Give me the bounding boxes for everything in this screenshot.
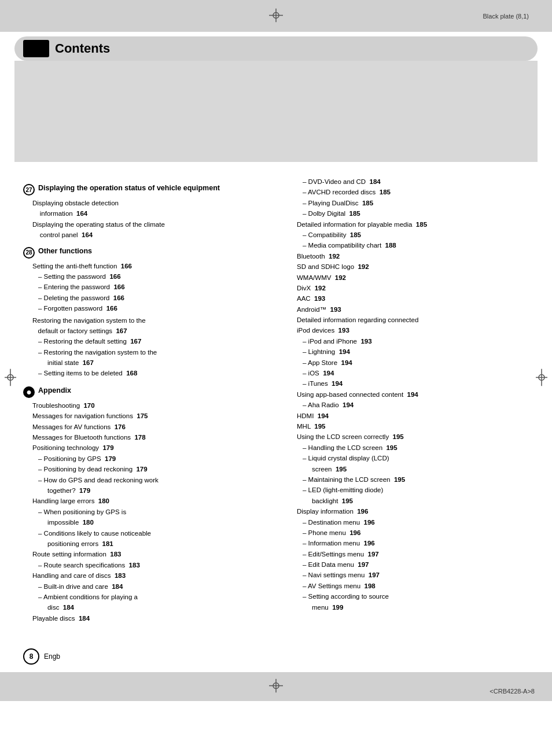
- right-crosshair-icon: [536, 368, 547, 386]
- entry-positioning-tech: Positioning technology 179: [23, 442, 264, 453]
- page-number: 8: [30, 652, 34, 661]
- entry-lcd-correctly: Using the LCD screen correctly 195: [288, 432, 529, 442]
- entry-ipod-detail: Detailed information regarding connected…: [288, 315, 529, 336]
- contents-title: Contents: [55, 41, 110, 56]
- left-column: 27 Displaying the operation status of ve…: [23, 176, 282, 624]
- entry-playable-media-detail: Detailed information for playable media …: [288, 219, 529, 230]
- section-28-header: 28 Other functions: [23, 246, 264, 259]
- right-side-mark: [536, 368, 547, 388]
- footer-code: <CRB4228-A>8: [490, 688, 535, 695]
- entry-sd-sdhc: SD and SDHC logo 192: [288, 261, 529, 272]
- appendix-title: Appendix: [38, 386, 71, 396]
- entry-lcd-screen: – Liquid crystal display (LCD) screen 19…: [288, 453, 529, 474]
- entry-delete-password: – Deleting the password 166: [23, 293, 264, 303]
- entry-setting-items-deleted: – Setting items to be deleted 168: [23, 368, 264, 378]
- entry-hdmi: HDMI 194: [288, 411, 529, 421]
- entry-navi-settings-menu: – Navi settings menu 197: [288, 570, 529, 580]
- contents-black-box: [23, 40, 49, 57]
- entry-led-backlight: – LED (light-emitting diode) backlight 1…: [288, 485, 529, 506]
- entry-handling-lcd: – Handling the LCD screen 195: [288, 442, 529, 453]
- entry-route-setting: Route setting information 183: [23, 549, 264, 559]
- entry-pos-gps: – Positioning by GPS 179: [23, 453, 264, 464]
- entry-nav-messages: Messages for navigation functions 175: [23, 411, 264, 421]
- entry-bluetooth: Bluetooth 192: [288, 251, 529, 261]
- section-27-title: Displaying the operation status of vehic…: [38, 183, 220, 194]
- entry-av-messages: Messages for AV functions 176: [23, 422, 264, 432]
- entry-set-password: – Setting the password 166: [23, 271, 264, 282]
- crb-code: <CRB4228-A>8: [490, 687, 535, 695]
- bottom-footer: <CRB4228-A>8: [0, 672, 552, 701]
- right-column: – DVD-Video and CD 184 – AVCHD recorded …: [282, 176, 529, 624]
- entry-pos-dead-reckoning: – Positioning by dead reckoning 179: [23, 464, 264, 474]
- entry-playable-discs: Playable discs 184: [23, 613, 264, 624]
- entry-information-menu: – Information menu 196: [288, 538, 529, 548]
- entry-forgotten-password: – Forgotten password 166: [23, 303, 264, 314]
- entry-avchd: – AVCHD recorded discs 185: [288, 187, 529, 197]
- entry-restore-initial: – Restoring the navigation system to the…: [23, 347, 264, 368]
- entry-app-based-content: Using app-based connected content 194: [288, 389, 529, 400]
- entry-lightning: – Lightning 194: [288, 346, 529, 357]
- entry-source-menu: – Setting according to source menu 199: [288, 591, 529, 613]
- entry-restore-default: – Restoring the default setting 167: [23, 336, 264, 346]
- section-27-number: 27: [23, 184, 35, 196]
- entry-maintaining-lcd: – Maintaining the LCD screen 195: [288, 474, 529, 485]
- crosshair-top-icon: [269, 8, 283, 22]
- entry-wma-wmv: WMA/WMV 192: [288, 272, 529, 283]
- entry-media-chart: – Media compatibility chart 188: [288, 240, 529, 250]
- engb-label: Engb: [44, 652, 60, 661]
- entry-troubleshooting: Troubleshooting 170: [23, 400, 264, 411]
- entry-ambient-conditions: – Ambient conditions for playing a disc …: [23, 592, 264, 613]
- entry-edit-settings-menu: – Edit/Settings menu 197: [288, 549, 529, 559]
- entry-android: Android™ 193: [288, 304, 529, 315]
- page-badge: 8: [23, 648, 39, 665]
- entry-app-store: – App Store 194: [288, 357, 529, 368]
- entry-handling-discs: Handling and care of discs 183: [23, 570, 264, 581]
- entry-dvd-video-cd: – DVD-Video and CD 184: [288, 176, 529, 187]
- entry-dolby-digital: – Dolby Digital 185: [288, 208, 529, 219]
- left-side-mark: [5, 368, 16, 388]
- entry-antitheft: Setting the anti-theft function 166: [23, 261, 264, 271]
- entry-display-info: Display information 196: [288, 506, 529, 517]
- entry-route-search-spec: – Route search specifications 183: [23, 560, 264, 570]
- header-text: Black plate (8,1): [483, 13, 529, 20]
- entry-divx: DivX 192: [288, 283, 529, 293]
- entry-compatibility: – Compatibility 185: [288, 230, 529, 240]
- entry-av-settings-menu: – AV Settings menu 198: [288, 581, 529, 591]
- entry-destination-menu: – Destination menu 196: [288, 517, 529, 528]
- entry-ipod-iphone: – iPod and iPhone 193: [288, 336, 529, 346]
- entry-restore-nav: Restoring the navigation system to the d…: [23, 315, 264, 337]
- section-27-header: 27 Displaying the operation status of ve…: [23, 183, 264, 196]
- entry-enter-password: – Entering the password 166: [23, 282, 264, 292]
- appendix-bullet: ●: [23, 386, 35, 398]
- entry-aac: AAC 193: [288, 293, 529, 304]
- entry-dualdisc: – Playing DualDisc 185: [288, 198, 529, 208]
- entry-bt-messages: Messages for Bluetooth functions 178: [23, 432, 264, 442]
- entry-builtin-drive: – Built-in drive and care 184: [23, 581, 264, 592]
- entry-ios: – iOS 194: [288, 368, 529, 378]
- entry-gps-impossible: – When positioning by GPS is impossible …: [23, 507, 264, 528]
- left-crosshair-icon: [5, 368, 16, 386]
- main-content: 27 Displaying the operation status of ve…: [0, 162, 552, 635]
- bottom-bar: 8 Engb: [0, 644, 552, 669]
- entry-climate-control: Displaying the operating status of the c…: [23, 219, 264, 241]
- appendix-header: ● Appendix: [23, 386, 264, 398]
- section-28-number: 28: [23, 247, 35, 259]
- entry-edit-data-menu: – Edit Data menu 197: [288, 559, 529, 570]
- section-28-title: Other functions: [38, 246, 92, 257]
- entry-mhl: MHL 195: [288, 421, 529, 432]
- entry-large-errors: Handling large errors 180: [23, 496, 264, 506]
- page: Black plate (8,1) Contents 27 Displaying…: [0, 0, 552, 756]
- entry-itunes: – iTunes 194: [288, 378, 529, 389]
- entry-phone-menu: – Phone menu 196: [288, 528, 529, 538]
- entry-aha-radio: – Aha Radio 194: [288, 400, 529, 410]
- crosshair-bottom-icon: [269, 679, 283, 693]
- entry-obstacle-detection: Displaying obstacle detection informatio…: [23, 198, 264, 219]
- entry-gps-dead-reckoning: – How do GPS and dead reckoning work tog…: [23, 475, 264, 496]
- entry-positioning-errors: – Conditions likely to cause noticeable …: [23, 528, 264, 550]
- gray-content-area: [14, 61, 538, 162]
- contents-header: Contents: [14, 36, 538, 61]
